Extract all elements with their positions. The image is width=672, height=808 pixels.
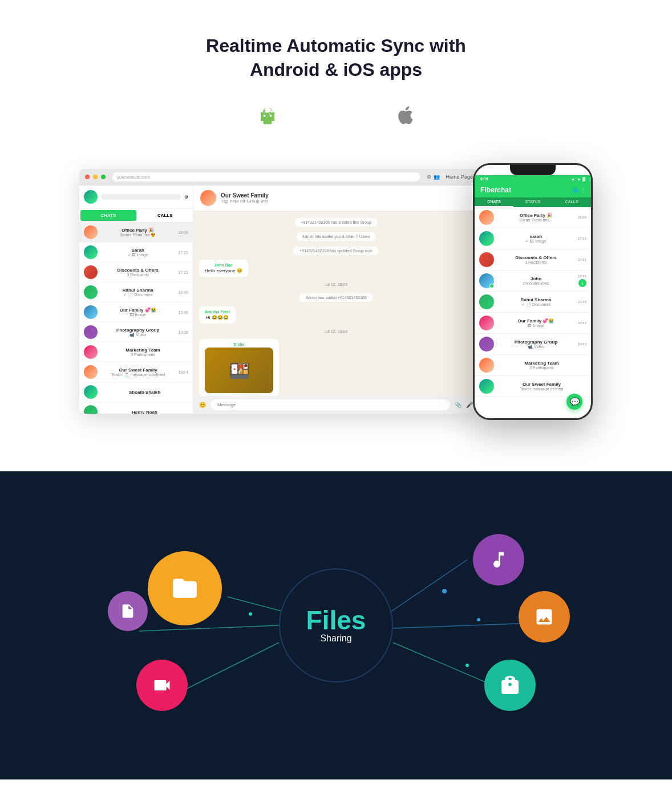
- message-input[interactable]: [210, 399, 450, 410]
- chat-bubble-image: Disha 🍱: [199, 339, 279, 396]
- chat-item[interactable]: Henry Noah: [79, 402, 193, 414]
- phone-avatar: [479, 252, 494, 267]
- dot-yellow: [93, 175, 98, 179]
- chat-item[interactable]: Sarah ✓ 🖼 Image 17:21: [79, 243, 193, 262]
- phone-chat-info: Photography Group 📹 Video: [497, 340, 575, 349]
- chat-main-area: Our Sweet Family Tap here for Group Info…: [193, 185, 479, 414]
- nav-icons: ⚙ 👥: [427, 174, 440, 180]
- files-diagram: Files Sharing: [79, 517, 593, 734]
- os-icons-row: [11, 104, 661, 135]
- bottom-section: Files Sharing: [0, 471, 672, 779]
- chat-item-info: Sarah ✓ 🖼 Image: [101, 248, 175, 257]
- phone-chat-item-photography[interactable]: Photography Group 📹 Video 10:33: [475, 334, 591, 355]
- user-avatar: [84, 190, 98, 204]
- chat-item[interactable]: Our Family 💞😭 🖼 Image 10:40: [79, 302, 193, 322]
- dot-green: [101, 175, 106, 179]
- chat-list: Office Party 🎉 Sarah: Read this 😍 18:06 …: [79, 223, 193, 414]
- chat-avatar: [84, 225, 98, 239]
- top-section: Realtime Automatic Sync with Android & i…: [0, 0, 672, 471]
- svg-point-1: [270, 115, 272, 117]
- messages-area: +914321432108 has created this Group Adm…: [193, 211, 479, 396]
- phone-chat-info: Discounts & Offers 3 Recipients: [497, 255, 575, 264]
- phone-chat-item[interactable]: Discounts & Offers 3 Recipients 17:21: [475, 249, 591, 270]
- mic-icon[interactable]: 🎤: [466, 402, 473, 408]
- more-icon[interactable]: ⋮: [581, 188, 585, 193]
- chat-item-info: Marketing Team 5 Participants: [101, 348, 185, 357]
- chat-avatar: [84, 365, 98, 379]
- signal-icon: ▲: [571, 177, 575, 181]
- emoji-icon[interactable]: 😊: [199, 402, 206, 408]
- fab-button[interactable]: 💬: [566, 394, 582, 410]
- globe-icon[interactable]: 🌐: [573, 188, 578, 193]
- chat-item-info: Our Sweet Family Teach: 📩 message is del…: [101, 367, 175, 377]
- status-icons: ▲ ▲ ▓: [571, 177, 585, 181]
- chat-item[interactable]: Marketing Team 5 Participants: [79, 342, 193, 362]
- chats-tab[interactable]: CHATS: [80, 210, 136, 221]
- chat-item[interactable]: Our Sweet Family Teach: 📩 message is del…: [79, 362, 193, 382]
- chat-avatar: [84, 405, 98, 414]
- phone-chat-list: Office Party 🎉 Sarah: Read this... 18:00…: [475, 207, 591, 418]
- chat-item-info: Discounts & Offers 3 Recipients: [101, 268, 175, 277]
- calls-tab[interactable]: CALLS: [137, 209, 193, 222]
- phone-chat-info: Rahul Sharma ✓ 📄 Document: [497, 297, 575, 307]
- chat-avatar: [84, 265, 98, 279]
- chat-bubble: Amisha Patel Hi 😂😂😂: [199, 306, 236, 324]
- chat-item-photography[interactable]: Photography Group 📹 Video 10:38: [79, 322, 193, 342]
- phone-chat-info: Our Family 💞😭 🖼 Image: [497, 318, 575, 328]
- svg-point-0: [264, 115, 266, 117]
- phone-status-tab[interactable]: STATUS: [513, 197, 552, 207]
- food-image: 🍱: [205, 348, 273, 393]
- phone-chat-item[interactable]: sarah ✓ 🖼 Image 17:21: [475, 228, 591, 249]
- chat-avatar: [84, 305, 98, 319]
- phone-chat-info: John chndndnbxbxb: [497, 276, 575, 285]
- sidebar-tabs: CHATS CALLS: [79, 209, 193, 223]
- phone-chat-item[interactable]: Marketing Team 3 Participants: [475, 355, 591, 376]
- phone-avatar: [479, 210, 494, 225]
- phone-chats-tab[interactable]: CHATS: [475, 197, 513, 207]
- chat-bubble: John Doe Hello everyone 😊: [199, 260, 248, 277]
- chat-avatar: [84, 385, 98, 399]
- phone-chat-item[interactable]: Our Family 💞😭 🖼 Image 10:42: [475, 313, 591, 334]
- svg-line-6: [387, 560, 467, 614]
- system-message: +914321432108 has updated Group icon: [294, 247, 378, 255]
- chat-header: Our Sweet Family Tap here for Group Info: [193, 185, 479, 211]
- system-message: Admin has added +914321432108: [299, 293, 372, 302]
- page-title: Realtime Automatic Sync with Android & i…: [11, 34, 661, 82]
- phone-avatar: [479, 294, 494, 309]
- users-icon: 👥: [434, 174, 440, 180]
- chat-item[interactable]: Shoaib Shaikh: [79, 382, 193, 402]
- chat-item-info: Henry Noah: [101, 410, 188, 414]
- phone-avatar: [479, 379, 494, 394]
- phone-chat-info: sarah ✓ 🖼 Image: [497, 234, 575, 244]
- phone-chat-item[interactable]: Rahul Sharma ✓ 📄 Document 10:46: [475, 292, 591, 313]
- svg-point-11: [442, 589, 447, 593]
- date-divider: Jul 12, 23:08: [199, 282, 473, 286]
- phone-notch: [510, 165, 556, 175]
- phone-calls-tab[interactable]: CALLS: [552, 197, 591, 207]
- chat-item-info: Rahul Sharma ✓ 📄 Document: [101, 288, 175, 297]
- phone-chat-info: Marketing Team 3 Participants: [497, 361, 586, 370]
- chat-avatar: [84, 285, 98, 299]
- phone-chat-item[interactable]: John chndndnbxbxb 18:46 1: [475, 270, 591, 292]
- phone-status-bar: 6:18 ▲ ▲ ▓: [475, 175, 591, 183]
- system-message: +914321432108 has created this Group: [295, 218, 377, 227]
- chat-item[interactable]: Discounts & Offers 3 Recipients 17:21: [79, 262, 193, 282]
- mockup-container: yourvebsite.com ⚙ 👥 Home Page ⚙: [79, 163, 593, 426]
- phone-header-icons: 🌐 ⋮: [573, 188, 585, 193]
- browser-mockup: yourvebsite.com ⚙ 👥 Home Page ⚙: [79, 169, 479, 414]
- phone-avatar: [479, 358, 494, 373]
- phone-app-header: Fiberchat 🌐 ⋮: [475, 183, 591, 197]
- svg-point-10: [249, 612, 252, 616]
- chat-item[interactable]: Office Party 🎉 Sarah: Read this 😍 18:06: [79, 223, 193, 243]
- attach-icon[interactable]: 📎: [455, 402, 462, 408]
- browser-bar: yourvebsite.com ⚙ 👥 Home Page: [79, 169, 479, 185]
- svg-rect-2: [261, 113, 274, 114]
- svg-line-4: [139, 625, 279, 631]
- chat-app: ⚙ CHATS CALLS Office Party 🎉 Sarah: Read…: [79, 185, 479, 414]
- chat-item-info: Office Party 🎉 Sarah: Read this 😍: [101, 228, 175, 237]
- phone-avatar: [479, 316, 494, 330]
- chat-item[interactable]: Rahul Sharma ✓ 📄 Document 10:46: [79, 282, 193, 302]
- chat-item-info: Our Family 💞😭 🖼 Image: [101, 308, 175, 317]
- music-circle: [473, 534, 524, 585]
- phone-chat-item[interactable]: Office Party 🎉 Sarah: Read this... 18:00: [475, 207, 591, 228]
